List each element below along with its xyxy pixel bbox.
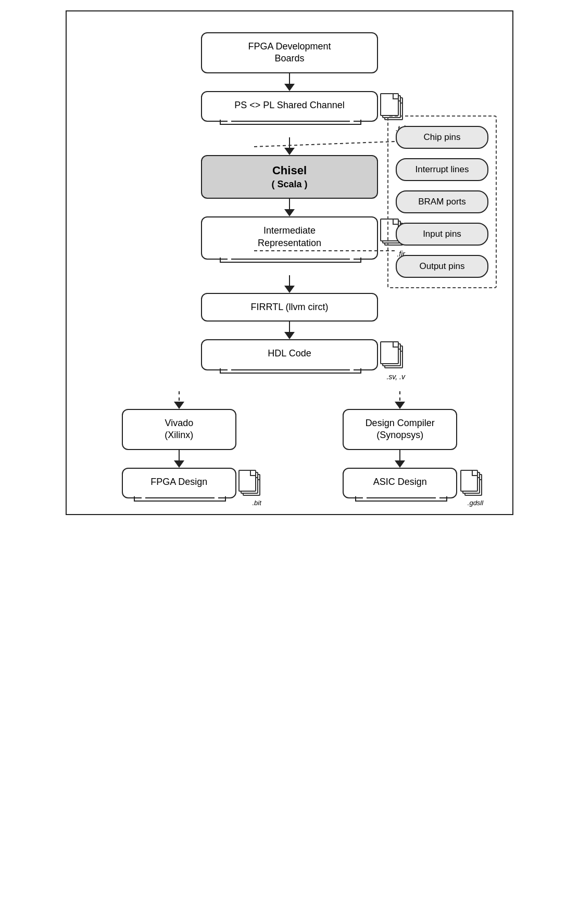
arrow-line-vivado [179, 450, 180, 460]
hdl-file-stack: .sv, .v [380, 341, 405, 381]
chisel-sub-label: ( Scala ) [212, 178, 367, 190]
chip-pins-label: Chip pins [424, 132, 461, 142]
firrtl-label: FIRRTL (llvm circt) [251, 302, 329, 312]
bram-ports-label: BRAM ports [418, 197, 466, 207]
ps-pl-box: PS <> PL Shared Channel [201, 91, 378, 122]
chisel-box: Chisel ( Scala ) [201, 155, 378, 199]
ir-box: IntermediateRepresentation [201, 216, 378, 260]
design-compiler-col: Design Compiler(Synopsys) ASIC Design [298, 391, 502, 498]
layout: FPGA DevelopmentBoards PS <> PL Shared C… [77, 27, 502, 498]
ps-pl-label: PS <> PL Shared Channel [234, 100, 344, 110]
bram-ports-box: BRAM ports [396, 190, 488, 213]
interrupt-lines-label: Interrupt lines [416, 164, 469, 174]
arrow-head-2 [284, 148, 295, 155]
vivado-box: Vivado(Xilinx) [122, 409, 236, 450]
arrow-line-5 [289, 322, 291, 332]
interrupt-lines-box: Interrupt lines [396, 158, 488, 181]
vivado-label: Vivado(Xilinx) [165, 418, 193, 440]
diagram-container: FPGA DevelopmentBoards PS <> PL Shared C… [66, 10, 513, 515]
hdl-wrapper: HDL Code .sv, .v [201, 339, 378, 370]
arrow-head-3 [284, 209, 295, 216]
design-compiler-label: Design Compiler(Synopsys) [366, 418, 435, 440]
input-pins-label: Input pins [423, 229, 461, 239]
asic-design-box: ASIC Design [343, 468, 457, 498]
arrow-line-2 [289, 137, 291, 148]
ir-wrapper: IntermediateRepresentation [201, 216, 378, 260]
dashed-line-vivado [179, 391, 180, 402]
arrow-dc [395, 402, 405, 409]
firrtl-box: FIRRTL (llvm circt) [201, 293, 378, 322]
ir-label: IntermediateRepresentation [258, 225, 321, 248]
fpga-design-wrapper: FPGA Design .bit [122, 468, 236, 498]
output-pins-label: Output pins [420, 261, 465, 271]
asic-file-stack: .gdsll [460, 470, 483, 507]
arrow-head-dc [395, 460, 405, 468]
chip-pins-box: Chip pins [396, 126, 488, 149]
fpga-design-box: FPGA Design [122, 468, 236, 498]
arrow-head-4 [284, 286, 295, 293]
asic-design-label: ASIC Design [373, 477, 427, 487]
input-pins-box: Input pins [396, 223, 488, 246]
vivado-col: Vivado(Xilinx) FPGA Design [77, 391, 281, 498]
asic-design-wrapper: ASIC Design .gdsll [343, 468, 457, 498]
output-pins-box: Output pins [396, 255, 488, 278]
arrow-line-3 [289, 199, 291, 209]
side-panel: Chip pins Interrupt lines BRAM ports Inp… [387, 116, 497, 288]
arrow-line-dc [399, 450, 401, 460]
arrow-head-vivado [174, 460, 184, 468]
arrow-vivado [174, 402, 184, 409]
asic-file-label: .gdsll [460, 499, 483, 507]
ps-pl-wrapper: PS <> PL Shared Channel [201, 91, 378, 122]
hdl-file-label: .sv, .v [380, 373, 405, 381]
fpga-file-label: .bit [238, 499, 261, 507]
chisel-label: Chisel [212, 163, 367, 178]
arrow-line-1 [289, 73, 291, 84]
design-compiler-box: Design Compiler(Synopsys) [343, 409, 457, 450]
arrow-head-5 [284, 332, 295, 339]
arrow-line-4 [289, 275, 291, 286]
arrow-head-1 [284, 84, 295, 91]
fpga-file-stack: .bit [238, 470, 261, 507]
fpga-boards-label: FPGA DevelopmentBoards [248, 41, 331, 63]
hdl-label: HDL Code [268, 348, 311, 358]
dashed-line-dc [399, 391, 401, 402]
fpga-design-label: FPGA Design [150, 477, 207, 487]
fpga-boards-box: FPGA DevelopmentBoards [201, 32, 378, 73]
bottom-split: Vivado(Xilinx) FPGA Design [77, 391, 502, 498]
hdl-box: HDL Code [201, 339, 378, 370]
